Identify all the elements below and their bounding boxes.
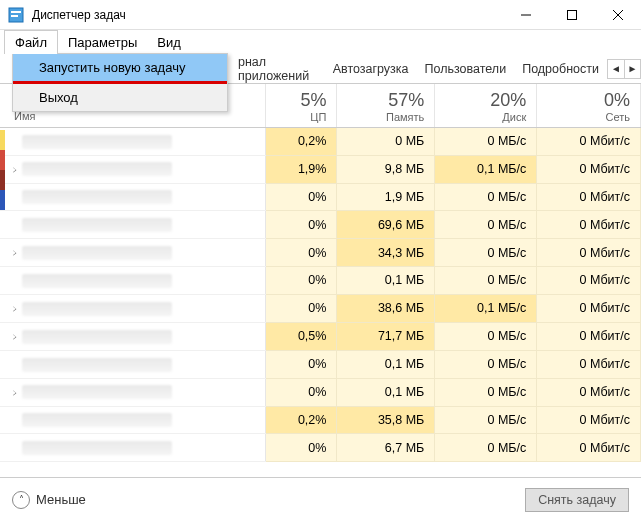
- cell-memory: 71,7 МБ: [337, 322, 435, 350]
- cell-memory: 0,1 МБ: [337, 378, 435, 406]
- cell-network: 0 Мбит/с: [537, 155, 641, 183]
- cell-memory: 35,8 МБ: [337, 406, 435, 434]
- cell-network: 0 Мбит/с: [537, 128, 641, 156]
- cell-name: [0, 267, 265, 295]
- process-name-blurred: [22, 135, 172, 149]
- process-name-blurred: [22, 441, 172, 455]
- process-name-blurred: [22, 330, 172, 344]
- end-task-button[interactable]: Снять задачу: [525, 488, 629, 512]
- tab-scroll-right[interactable]: ►: [624, 60, 640, 78]
- process-name-blurred: [22, 190, 172, 204]
- cell-name: ﹥: [0, 378, 265, 406]
- cell-cpu: 0%: [265, 183, 337, 211]
- table-row[interactable]: 0,2%0 МБ0 МБ/с0 Мбит/с: [0, 128, 641, 156]
- cell-cpu: 0%: [265, 378, 337, 406]
- cell-disk: 0,1 МБ/с: [435, 155, 537, 183]
- cell-disk: 0 МБ/с: [435, 183, 537, 211]
- maximize-button[interactable]: [549, 0, 595, 29]
- cpu-label: ЦП: [276, 111, 327, 123]
- cell-name: ﹥: [0, 294, 265, 322]
- cell-memory: 1,9 МБ: [337, 183, 435, 211]
- cell-cpu: 0%: [265, 294, 337, 322]
- expand-icon[interactable]: ﹥: [10, 246, 20, 260]
- tab-scroll-buttons: ◄ ►: [607, 59, 641, 79]
- menu-item-run-new-task[interactable]: Запустить новую задачу: [13, 54, 227, 81]
- tab-startup[interactable]: Автозагрузка: [325, 54, 417, 83]
- cell-cpu: 0,2%: [265, 128, 337, 156]
- expand-icon[interactable]: ﹥: [10, 163, 20, 177]
- footer-bar: ˄ Меньше Снять задачу: [0, 477, 641, 521]
- cell-network: 0 Мбит/с: [537, 294, 641, 322]
- col-cpu[interactable]: 5% ЦП: [265, 84, 337, 128]
- cell-memory: 0,1 МБ: [337, 350, 435, 378]
- col-network[interactable]: 0% Сеть: [537, 84, 641, 128]
- cell-memory: 0 МБ: [337, 128, 435, 156]
- mem-usage-pct: 57%: [347, 90, 424, 111]
- cell-disk: 0 МБ/с: [435, 406, 537, 434]
- tab-scroll-left[interactable]: ◄: [608, 60, 624, 78]
- col-disk[interactable]: 20% Диск: [435, 84, 537, 128]
- process-table-wrap: Имя 5% ЦП 57% Память 20% Диск 0% Сеть 0,…: [0, 84, 641, 474]
- svg-rect-4: [568, 10, 577, 19]
- process-name-blurred: [22, 385, 172, 399]
- expand-icon[interactable]: ﹥: [10, 330, 20, 344]
- cell-memory: 34,3 МБ: [337, 239, 435, 267]
- process-name-blurred: [22, 413, 172, 427]
- cell-network: 0 Мбит/с: [537, 434, 641, 462]
- table-row[interactable]: ﹥0%38,6 МБ0,1 МБ/с0 Мбит/с: [0, 294, 641, 322]
- process-name-blurred: [22, 358, 172, 372]
- table-row[interactable]: ﹥0,5%71,7 МБ0 МБ/с0 Мбит/с: [0, 322, 641, 350]
- cell-cpu: 0,5%: [265, 322, 337, 350]
- table-row[interactable]: ﹥0%0,1 МБ0 МБ/с0 Мбит/с: [0, 378, 641, 406]
- cell-disk: 0 МБ/с: [435, 350, 537, 378]
- cell-name: ﹥: [0, 239, 265, 267]
- table-row[interactable]: ﹥1,9%9,8 МБ0,1 МБ/с0 Мбит/с: [0, 155, 641, 183]
- process-name-blurred: [22, 162, 172, 176]
- cell-memory: 69,6 МБ: [337, 211, 435, 239]
- cell-disk: 0 МБ/с: [435, 211, 537, 239]
- cell-name: [0, 434, 265, 462]
- expand-icon[interactable]: ﹥: [10, 386, 20, 400]
- file-dropdown: Запустить новую задачу Выход: [12, 53, 228, 112]
- cell-name: [0, 211, 265, 239]
- process-name-blurred: [22, 302, 172, 316]
- close-button[interactable]: [595, 0, 641, 29]
- process-table: Имя 5% ЦП 57% Память 20% Диск 0% Сеть 0,…: [0, 84, 641, 462]
- cell-disk: 0 МБ/с: [435, 378, 537, 406]
- chevron-up-icon: ˄: [12, 491, 30, 509]
- menu-options[interactable]: Параметры: [58, 30, 147, 54]
- cell-name: [0, 183, 265, 211]
- expand-icon[interactable]: ﹥: [10, 302, 20, 316]
- table-row[interactable]: ﹥0%34,3 МБ0 МБ/с0 Мбит/с: [0, 239, 641, 267]
- minimize-button[interactable]: [503, 0, 549, 29]
- table-row[interactable]: 0,2%35,8 МБ0 МБ/с0 Мбит/с: [0, 406, 641, 434]
- cell-name: [0, 350, 265, 378]
- cell-disk: 0 МБ/с: [435, 239, 537, 267]
- tab-users[interactable]: Пользователи: [417, 54, 515, 83]
- tab-details[interactable]: Подробности: [514, 54, 607, 83]
- col-memory[interactable]: 57% Память: [337, 84, 435, 128]
- menu-file[interactable]: Файл: [4, 30, 58, 54]
- table-row[interactable]: 0%1,9 МБ0 МБ/с0 Мбит/с: [0, 183, 641, 211]
- table-row[interactable]: 0%0,1 МБ0 МБ/с0 Мбит/с: [0, 267, 641, 295]
- cell-memory: 9,8 МБ: [337, 155, 435, 183]
- table-row[interactable]: 0%69,6 МБ0 МБ/с0 Мбит/с: [0, 211, 641, 239]
- cell-network: 0 Мбит/с: [537, 350, 641, 378]
- table-row[interactable]: 0%6,7 МБ0 МБ/с0 Мбит/с: [0, 434, 641, 462]
- menu-item-exit[interactable]: Выход: [13, 84, 227, 111]
- cell-cpu: 0%: [265, 211, 337, 239]
- table-row[interactable]: 0%0,1 МБ0 МБ/с0 Мбит/с: [0, 350, 641, 378]
- menu-view[interactable]: Вид: [147, 30, 191, 54]
- cell-cpu: 0%: [265, 434, 337, 462]
- cell-cpu: 1,9%: [265, 155, 337, 183]
- cell-name: [0, 406, 265, 434]
- cell-network: 0 Мбит/с: [537, 267, 641, 295]
- tab-app-history[interactable]: рнал приложений: [230, 54, 325, 83]
- cell-cpu: 0,2%: [265, 406, 337, 434]
- cell-disk: 0 МБ/с: [435, 434, 537, 462]
- titlebar: Диспетчер задач: [0, 0, 641, 30]
- process-name-blurred: [22, 274, 172, 288]
- cpu-usage-pct: 5%: [276, 90, 327, 111]
- fewer-details-toggle[interactable]: ˄ Меньше: [12, 491, 86, 509]
- cell-cpu: 0%: [265, 239, 337, 267]
